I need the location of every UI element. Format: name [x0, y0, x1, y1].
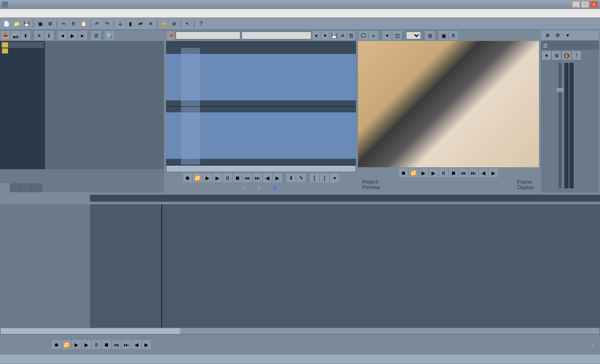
- tl-record-icon[interactable]: ⏺: [52, 340, 61, 349]
- preview-device-icon[interactable]: 🖵: [359, 31, 368, 40]
- pv-stop-icon[interactable]: ⏹: [449, 168, 458, 177]
- trimmer-pin-icon[interactable]: 📌: [167, 31, 174, 40]
- playhead[interactable]: [162, 204, 162, 328]
- properties-icon[interactable]: ⚙: [46, 19, 54, 28]
- pause-icon[interactable]: ⏸: [223, 173, 232, 182]
- preview-grid-icon[interactable]: ⊞: [426, 31, 434, 40]
- marker-icon[interactable]: ▮: [126, 19, 135, 28]
- tab-explorer[interactable]: [10, 183, 21, 192]
- preview-ext-icon[interactable]: ⎆: [369, 31, 378, 40]
- track-content[interactable]: [90, 204, 600, 328]
- next-frame-icon[interactable]: ▶: [273, 173, 282, 182]
- preview-copy-icon[interactable]: ⎘: [449, 31, 458, 40]
- stop-icon[interactable]: ⏹: [233, 173, 242, 182]
- tree-all-media[interactable]: [1, 42, 44, 48]
- tree-media-bins[interactable]: [1, 48, 44, 54]
- pv-pause-icon[interactable]: ⏸: [439, 168, 448, 177]
- tl-prev-icon[interactable]: ◀: [132, 340, 141, 349]
- cut-icon[interactable]: ✂: [59, 19, 68, 28]
- pv-start-icon[interactable]: ⏮: [459, 168, 468, 177]
- menu-view[interactable]: [18, 12, 26, 14]
- menu-options[interactable]: [42, 12, 50, 14]
- master-fader[interactable]: [558, 63, 562, 188]
- paste-icon[interactable]: 📋: [79, 19, 88, 28]
- preview-quality-select[interactable]: [406, 31, 421, 39]
- edit-mode-icon[interactable]: ✎: [296, 173, 306, 182]
- pv-record-icon[interactable]: ⏺: [399, 168, 408, 177]
- menu-help[interactable]: [50, 12, 58, 14]
- media-capture-icon[interactable]: 📷: [11, 31, 20, 40]
- trimmer-save-icon[interactable]: 💾: [330, 31, 338, 40]
- tl-play-start-icon[interactable]: ▶: [72, 340, 81, 349]
- trimmer-more-icon[interactable]: ☰: [348, 31, 355, 40]
- preview-fx-icon[interactable]: ✦: [382, 31, 392, 40]
- trimmer-ruler[interactable]: [166, 41, 356, 48]
- trimmer-clip-name[interactable]: [176, 31, 240, 39]
- copy-icon[interactable]: ⎘: [69, 19, 78, 28]
- media-play-icon[interactable]: ▶: [68, 31, 77, 40]
- master-auto-icon[interactable]: ⚙: [552, 51, 561, 60]
- menu-file[interactable]: [2, 12, 10, 14]
- prev-frame-icon[interactable]: ◀: [263, 173, 272, 182]
- menu-edit[interactable]: [10, 12, 18, 14]
- minimize-button[interactable]: _: [572, 1, 580, 8]
- tl-start-icon[interactable]: ⏮: [112, 340, 121, 349]
- add-marker-icon[interactable]: ▾: [330, 173, 339, 182]
- pv-end-icon[interactable]: ⏭: [469, 168, 478, 177]
- tl-pause-icon[interactable]: ⏸: [92, 340, 101, 349]
- play-start-icon[interactable]: ▶: [203, 173, 212, 182]
- master-dim-icon[interactable]: ▾: [563, 31, 572, 40]
- preview-split-icon[interactable]: ◫: [392, 31, 402, 40]
- media-get-icon[interactable]: ⬇: [21, 31, 30, 40]
- preview-overlay-icon[interactable]: ▣: [439, 31, 448, 40]
- timeline-ruler[interactable]: [90, 195, 600, 202]
- ripple-icon[interactable]: ⇄: [136, 19, 145, 28]
- master-fx-icon[interactable]: ✦: [542, 51, 551, 60]
- tl-end-icon[interactable]: ⏭: [122, 340, 131, 349]
- help-icon[interactable]: ?: [196, 19, 206, 28]
- new-icon[interactable]: 📄: [2, 19, 11, 28]
- crossfade-icon[interactable]: ✕: [146, 19, 155, 28]
- snap-icon[interactable]: ⫝: [116, 19, 125, 28]
- undo-icon[interactable]: ↶: [92, 19, 102, 28]
- set-in-icon[interactable]: [: [310, 173, 319, 182]
- lock-icon[interactable]: 🔒: [160, 19, 168, 28]
- timeline-scrollbar[interactable]: [0, 328, 600, 335]
- go-end-icon[interactable]: ⏭: [253, 173, 262, 182]
- ignore-icon[interactable]: ⊘: [170, 19, 178, 28]
- media-search-icon[interactable]: 🔍: [105, 31, 114, 40]
- tl-stop-icon[interactable]: ⏹: [102, 340, 111, 349]
- master-solo-icon[interactable]: !: [572, 51, 581, 60]
- go-start-icon[interactable]: ⏮: [243, 173, 252, 182]
- play-icon[interactable]: ▶: [213, 173, 222, 182]
- media-next-icon[interactable]: ►: [78, 31, 87, 40]
- render-icon[interactable]: ▣: [36, 19, 44, 28]
- media-properties-icon[interactable]: ℹ: [44, 31, 54, 40]
- tl-loop-icon[interactable]: 🔁: [62, 340, 71, 349]
- set-out-icon[interactable]: ]: [320, 173, 329, 182]
- pv-prev-icon[interactable]: ◀: [479, 168, 488, 177]
- menu-tools[interactable]: [34, 12, 42, 14]
- trimmer-path-input[interactable]: [242, 31, 312, 39]
- media-file-list[interactable]: [45, 41, 164, 169]
- tab-transitions[interactable]: [21, 183, 32, 192]
- media-prev-icon[interactable]: ◄: [58, 31, 67, 40]
- pv-play-start-icon[interactable]: ▶: [419, 168, 428, 177]
- redo-icon[interactable]: ↷: [102, 19, 112, 28]
- tab-project-media[interactable]: [0, 183, 10, 192]
- maximize-button[interactable]: □: [581, 1, 589, 8]
- trimmer-close-icon[interactable]: ✕: [338, 31, 346, 40]
- media-import-icon[interactable]: 📥: [1, 31, 10, 40]
- tab-production-assistant[interactable]: [32, 183, 42, 192]
- record-icon[interactable]: ⏺: [183, 173, 192, 182]
- trimmer-waveform[interactable]: [166, 48, 356, 165]
- trimmer-fx-icon[interactable]: ✦: [322, 31, 329, 40]
- loop-icon[interactable]: 🔁: [193, 173, 202, 182]
- pv-next-icon[interactable]: ▶: [489, 168, 498, 177]
- pv-loop-icon[interactable]: 🔁: [409, 168, 418, 177]
- edit-tool-icon[interactable]: ↖: [183, 19, 192, 28]
- master-insert-icon[interactable]: ⊕: [543, 31, 552, 40]
- media-view-icon[interactable]: ☰: [92, 31, 100, 40]
- trimmer-scrollbar[interactable]: [166, 165, 356, 172]
- close-button[interactable]: ×: [590, 1, 598, 8]
